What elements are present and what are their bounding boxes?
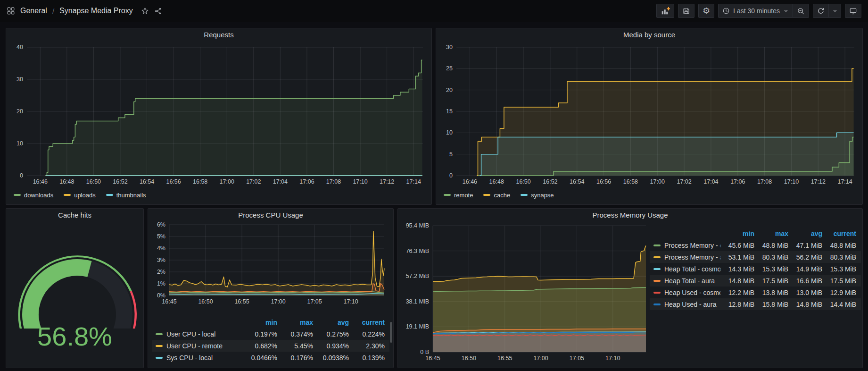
legend-label: synapse: [531, 192, 554, 199]
series-name: User CPU - remote: [166, 342, 223, 350]
share-icon[interactable]: [154, 7, 162, 15]
grafana-dashboard: General / Synapse Media Proxy: [0, 0, 868, 371]
apps-grid-icon[interactable]: [7, 7, 15, 15]
value-current: 80.3 MiB: [822, 253, 856, 261]
process-memory-chart[interactable]: 16:4516:5016:5517:0017:0517:100 B19.1 Mi…: [400, 222, 650, 363]
legend-item-downloads[interactable]: downloads: [14, 192, 53, 199]
value-max: 17.5 MiB: [754, 277, 788, 285]
svg-text:17:10: 17:10: [784, 178, 799, 185]
panel-title[interactable]: Process CPU Usage: [148, 209, 393, 221]
svg-text:16:52: 16:52: [113, 178, 127, 185]
save-dashboard-button[interactable]: [678, 4, 694, 18]
legend-item-remote[interactable]: remote: [444, 192, 473, 199]
series-label-Sys CPU - local[interactable]: Sys CPU - local: [156, 354, 241, 362]
time-range-label: Last 30 minutes: [733, 7, 780, 15]
series-label-User CPU - remote[interactable]: User CPU - remote: [156, 342, 241, 350]
svg-text:20: 20: [17, 108, 23, 115]
header-current[interactable]: current: [349, 319, 385, 326]
panel-title[interactable]: Requests: [6, 28, 431, 41]
value-max: 15.8 MiB: [754, 301, 788, 308]
value-max: 80.3 MiB: [754, 253, 788, 261]
media-legend: remotecachesynapse: [436, 189, 862, 201]
legend-swatch: [14, 194, 21, 196]
legend-swatch: [653, 245, 661, 246]
svg-text:17:05: 17:05: [307, 298, 322, 305]
svg-text:17:08: 17:08: [326, 178, 341, 185]
clock-icon: [722, 7, 730, 15]
panel-requests: Requests 16:4616:4816:5016:5216:5416:561…: [6, 28, 432, 205]
legend-table-row: Process Memory - cosmos45.6 MiB48.8 MiB4…: [650, 239, 861, 251]
media-by-source-chart[interactable]: 16:4616:4816:5016:5216:5416:5616:5817:00…: [439, 41, 859, 189]
dashboard-settings-button[interactable]: ⚙: [698, 4, 714, 18]
svg-text:17:02: 17:02: [246, 178, 261, 185]
add-panel-button[interactable]: [656, 4, 674, 18]
refresh-interval-dropdown[interactable]: [829, 4, 841, 18]
panel-title[interactable]: Cache hits: [6, 209, 143, 221]
series-label-Heap Used - aura[interactable]: Heap Used - aura: [653, 301, 720, 308]
cpu-legend-table: minmaxavgcurrentUser CPU - local0.197%0.…: [152, 316, 389, 363]
header-avg[interactable]: avg: [313, 319, 349, 326]
legend-item-thumbnails[interactable]: thumbnails: [106, 192, 146, 199]
series-label-Heap Total - cosmos[interactable]: Heap Total - cosmos: [653, 265, 720, 273]
svg-text:17:05: 17:05: [570, 355, 584, 362]
time-picker-group: Last 30 minutes: [718, 4, 809, 18]
svg-text:0: 0: [449, 172, 453, 179]
header-min[interactable]: min: [720, 230, 754, 237]
svg-text:5%: 5%: [157, 233, 165, 240]
svg-text:0 B: 0 B: [420, 349, 429, 355]
header-avg[interactable]: avg: [788, 230, 822, 237]
legend-table-row: User CPU - local0.197%0.374%0.275%0.224%: [152, 328, 389, 340]
legend-scrollbar[interactable]: [390, 322, 392, 343]
series-fill: [46, 60, 422, 176]
series-name: Process Memory - aura: [664, 253, 720, 261]
value-current: 48.8 MiB: [822, 242, 856, 249]
series-label-Heap Used - cosmos[interactable]: Heap Used - cosmos: [653, 289, 720, 296]
cycle-view-mode-button[interactable]: [845, 4, 861, 18]
value-current: 2.30%: [349, 342, 385, 350]
svg-text:17:14: 17:14: [837, 178, 852, 185]
legend-table-row: Heap Used - cosmos12.2 MiB13.8 MiB13.0 M…: [650, 287, 861, 298]
gauge-arc: [14, 253, 141, 329]
panel-title[interactable]: Process Memory Usage: [398, 209, 862, 221]
value-min: 14.3 MiB: [720, 265, 754, 273]
svg-text:10: 10: [17, 140, 23, 147]
header-min[interactable]: min: [241, 319, 277, 326]
breadcrumb-dashboard-title[interactable]: Synapse Media Proxy: [59, 7, 133, 15]
refresh-button[interactable]: [813, 4, 829, 18]
series-label-User CPU - local[interactable]: User CPU - local: [156, 330, 241, 338]
legend-swatch: [156, 357, 163, 359]
header-max[interactable]: max: [754, 230, 788, 237]
legend-item-synapse[interactable]: synapse: [521, 192, 554, 199]
value-current: 12.9 MiB: [822, 289, 856, 296]
value-max: 5.45%: [277, 342, 313, 350]
svg-text:16:56: 16:56: [596, 178, 611, 185]
panel-title[interactable]: Media by source: [436, 28, 862, 41]
series-name: Process Memory - cosmos: [664, 242, 720, 249]
series-label-Process Memory - cosmos[interactable]: Process Memory - cosmos: [653, 242, 720, 249]
svg-text:16:46: 16:46: [463, 178, 477, 185]
zoom-out-time-button[interactable]: [793, 4, 809, 18]
breadcrumb-section[interactable]: General: [20, 7, 47, 15]
legend-table-row: Heap Total - cosmos14.3 MiB15.3 MiB14.9 …: [650, 263, 861, 275]
series-name: Sys CPU - local: [166, 354, 213, 362]
svg-text:17:00: 17:00: [271, 298, 285, 305]
svg-text:10: 10: [446, 129, 453, 136]
svg-text:19.1 MiB: 19.1 MiB: [406, 323, 429, 330]
svg-text:17:12: 17:12: [811, 178, 826, 185]
series-label-Heap Total - aura[interactable]: Heap Total - aura: [653, 277, 720, 285]
time-range-picker[interactable]: Last 30 minutes: [718, 4, 793, 18]
star-icon[interactable]: [141, 7, 149, 15]
legend-item-uploads[interactable]: uploads: [64, 192, 96, 199]
svg-text:5: 5: [449, 151, 453, 158]
value-max: 0.176%: [277, 354, 313, 362]
header-current[interactable]: current: [822, 230, 856, 237]
legend-table-row: Heap Total - aura14.8 MiB17.5 MiB16.6 Mi…: [650, 275, 861, 287]
series-label-Process Memory - aura[interactable]: Process Memory - aura: [653, 253, 720, 261]
value-current: 0.224%: [349, 330, 385, 338]
header-max[interactable]: max: [277, 319, 313, 326]
svg-text:0%: 0%: [157, 292, 165, 299]
legend-item-cache[interactable]: cache: [483, 192, 510, 199]
process-cpu-chart[interactable]: 16:4516:5016:5517:0017:0517:100%1%2%3%4%…: [151, 221, 390, 307]
requests-chart[interactable]: 16:4616:4816:5016:5216:5416:5616:5817:00…: [10, 41, 428, 189]
legend-swatch: [653, 256, 661, 258]
